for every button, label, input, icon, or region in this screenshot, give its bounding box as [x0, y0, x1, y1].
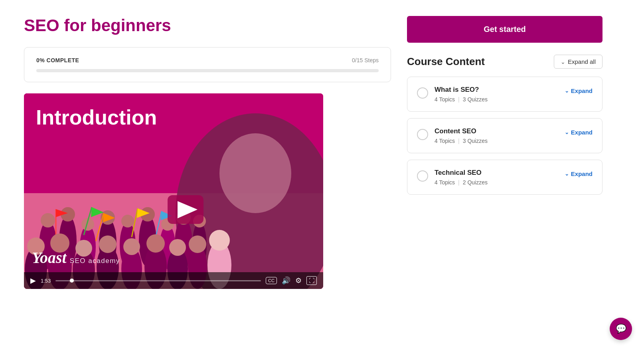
course-content-header: Course Content ⌄ Expand all	[407, 55, 603, 69]
svg-point-49	[209, 230, 230, 251]
progress-label: 0% COMPLETE	[36, 57, 79, 63]
video-time: 1:53	[41, 278, 51, 284]
progress-bar-track	[36, 69, 379, 72]
expand-label-3: Expand	[571, 170, 593, 177]
svg-point-44	[123, 238, 140, 255]
section-info-1: What is SEO? 4 Topics | 3 Quizzes	[435, 86, 558, 103]
section-topics-3: 4 Topics	[435, 179, 455, 186]
page-title: SEO for beginners	[24, 16, 391, 35]
section-radio-3[interactable]	[417, 170, 428, 182]
expand-label-1: Expand	[571, 87, 593, 94]
section-expand-button-2[interactable]: ⌄ Expand	[565, 129, 593, 136]
section-name-3: Technical SEO	[435, 169, 558, 177]
course-content-title: Course Content	[407, 55, 485, 68]
video-player[interactable]: Introduction Yoast SEO academy ▶ 1:53 CC…	[24, 93, 323, 289]
svg-point-45	[146, 234, 165, 253]
video-volume-button[interactable]: 🔊	[282, 276, 290, 285]
section-quizzes-2: 3 Quizzes	[463, 138, 488, 144]
video-intro-text: Introduction	[36, 105, 157, 129]
separator-2: |	[458, 138, 460, 144]
video-play-button[interactable]: ▶	[30, 276, 36, 285]
svg-point-47	[189, 235, 206, 253]
expand-all-label: Expand all	[568, 58, 596, 65]
separator-1: |	[458, 96, 460, 103]
section-info-3: Technical SEO 4 Topics | 2 Quizzes	[435, 169, 558, 186]
svg-point-17	[121, 215, 134, 227]
brand-sub: SEO academy	[70, 257, 120, 265]
voast-logo: Yoast SEO academy	[32, 248, 120, 267]
section-expand-button-3[interactable]: ⌄ Expand	[565, 170, 593, 177]
section-name-2: Content SEO	[435, 127, 558, 135]
svg-point-46	[169, 239, 186, 256]
video-cc-button[interactable]: CC	[266, 277, 277, 284]
section-radio-2[interactable]	[417, 129, 428, 140]
section-info-2: Content SEO 4 Topics | 3 Quizzes	[435, 127, 558, 144]
chat-bubble-button[interactable]: 💬	[610, 318, 632, 340]
course-section-3: Technical SEO 4 Topics | 2 Quizzes ⌄ Exp…	[407, 160, 603, 195]
section-quizzes-3: 2 Quizzes	[463, 179, 488, 186]
section-name-1: What is SEO?	[435, 86, 558, 94]
separator-3: |	[458, 179, 460, 186]
section-meta-1: 4 Topics | 3 Quizzes	[435, 96, 558, 103]
expand-chevron-2: ⌄	[565, 129, 569, 135]
expand-label-2: Expand	[571, 129, 593, 136]
section-radio-1[interactable]	[417, 87, 428, 99]
progress-steps: 0/15 Steps	[352, 57, 379, 63]
section-topics-2: 4 Topics	[435, 138, 455, 144]
section-meta-2: 4 Topics | 3 Quizzes	[435, 138, 558, 144]
chat-icon: 💬	[616, 324, 626, 334]
expand-chevron-1: ⌄	[565, 88, 569, 94]
get-started-button[interactable]: Get started	[407, 16, 603, 43]
svg-point-3	[219, 133, 291, 213]
video-progress-dot	[70, 279, 74, 283]
video-progress-bar[interactable]	[55, 280, 261, 281]
progress-box: 0% COMPLETE 0/15 Steps	[24, 47, 391, 82]
video-settings-button[interactable]: ⚙	[295, 276, 302, 285]
course-section-2: Content SEO 4 Topics | 3 Quizzes ⌄ Expan…	[407, 118, 603, 153]
course-section-1: What is SEO? 4 Topics | 3 Quizzes ⌄ Expa…	[407, 77, 603, 112]
section-quizzes-1: 3 Quizzes	[463, 96, 488, 103]
expand-chevron-3: ⌄	[565, 171, 569, 177]
section-meta-3: 4 Topics | 2 Quizzes	[435, 179, 558, 186]
sidebar: Get started Course Content ⌄ Expand all …	[407, 16, 603, 289]
section-topics-1: 4 Topics	[435, 96, 455, 103]
chevron-down-icon: ⌄	[561, 59, 565, 65]
expand-all-button[interactable]: ⌄ Expand all	[554, 55, 603, 69]
video-fullscreen-button[interactable]: ⛶	[306, 276, 317, 285]
video-controls: ▶ 1:53 CC 🔊 ⚙ ⛶	[24, 272, 323, 289]
svg-point-13	[41, 213, 55, 227]
section-expand-button-1[interactable]: ⌄ Expand	[565, 87, 593, 94]
